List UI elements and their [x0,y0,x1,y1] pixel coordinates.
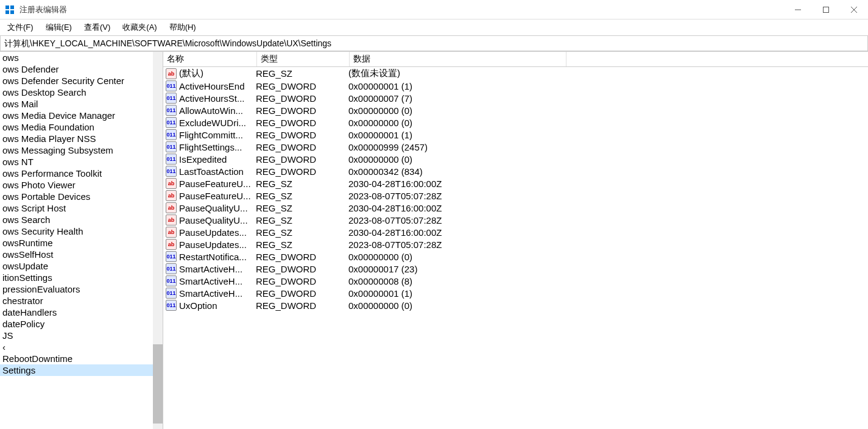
column-header-data[interactable]: 数据 [350,52,566,66]
dword-value-icon: 011 [166,300,177,311]
value-name: FlightCommitt... [179,130,256,140]
tree-item[interactable]: ows Search [0,214,163,225]
tree-item[interactable]: pressionEvaluators [0,283,163,295]
value-data: 0x00000000 (0) [348,118,868,128]
value-row[interactable]: 011UxOptionREG_DWORD0x00000000 (0) [163,299,868,311]
tree-item[interactable]: owsSelfHost [0,249,163,260]
dword-value-icon: 011 [166,288,177,299]
tree-item[interactable]: owsRuntime [0,237,163,249]
tree-scroll-thumb[interactable] [153,344,163,424]
value-data: 0x00000001 (1) [348,130,868,140]
tree-item[interactable]: ows Media Player NSS [0,133,163,144]
value-name: SmartActiveH... [179,288,256,299]
value-row[interactable]: 011FlightCommitt...REG_DWORD0x00000001 (… [163,129,868,141]
tree-item[interactable]: JS [0,330,163,341]
tree-item[interactable]: ows Mail [0,98,163,110]
value-type: REG_DWORD [256,130,348,140]
value-row[interactable]: 011AllowAutoWin...REG_DWORD0x00000000 (0… [163,104,868,116]
tree-item[interactable]: dateHandlers [0,307,163,318]
tree-item[interactable]: ows Defender [0,63,163,75]
tree-item[interactable]: ‹ [0,341,163,353]
string-value-icon: ab [166,239,177,250]
tree-item[interactable]: ows Security Health [0,225,163,237]
value-name: RestartNotifica... [179,252,256,262]
tree-item[interactable]: chestrator [0,295,163,307]
value-type: REG_DWORD [256,166,348,177]
address-bar[interactable]: 计算机\HKEY_LOCAL_MACHINE\SOFTWARE\Microsof… [0,35,868,51]
value-row[interactable]: 011RestartNotifica...REG_DWORD0x00000000… [163,250,868,263]
dword-value-icon: 011 [166,275,177,286]
string-value-icon: ab [166,190,177,201]
tree-item[interactable]: ows [0,52,163,63]
dword-value-icon: 011 [166,154,177,165]
menu-favorites[interactable]: 收藏夹(A) [122,22,157,33]
value-name: LastToastAction [179,166,256,177]
value-type: REG_DWORD [256,288,348,299]
value-name: PauseQualityU... [179,203,256,213]
tree-item[interactable]: datePolicy [0,318,163,330]
tree-item[interactable]: ows Media Foundation [0,121,163,133]
tree-scrollbar[interactable] [153,52,163,429]
menu-view[interactable]: 查看(V) [84,22,110,33]
value-row[interactable]: 011SmartActiveH...REG_DWORD0x00000017 (2… [163,263,868,275]
titlebar[interactable]: 注册表编辑器 [0,0,868,20]
value-row[interactable]: 011FlightSettings...REG_DWORD0x00000999 … [163,141,868,153]
value-row[interactable]: 011SmartActiveH...REG_DWORD0x00000008 (8… [163,275,868,287]
value-row[interactable]: abPauseFeatureU...REG_SZ2023-08-07T05:07… [163,190,868,202]
value-type: REG_SZ [256,239,348,250]
window-title: 注册表编辑器 [19,4,784,15]
close-button[interactable] [840,0,868,20]
tree-item[interactable]: Settings [0,364,163,376]
tree-item[interactable]: RebootDowntime [0,353,163,364]
tree-item[interactable]: ows Portable Devices [0,191,163,202]
values-pane[interactable]: 名称 类型 数据 ab(默认)REG_SZ(数值未设置)011ActiveHou… [163,52,868,429]
value-row[interactable]: abPauseQualityU...REG_SZ2030-04-28T16:00… [163,202,868,214]
value-row[interactable]: abPauseFeatureU...REG_SZ2030-04-28T16:00… [163,177,868,190]
value-type: REG_DWORD [256,142,348,152]
value-name: PauseFeatureU... [179,179,256,189]
tree-item[interactable]: ows Defender Security Center [0,75,163,87]
svg-rect-5 [824,7,829,12]
value-row[interactable]: ab(默认)REG_SZ(数值未设置) [163,67,868,80]
value-row[interactable]: abPauseUpdates...REG_SZ2030-04-28T16:00:… [163,226,868,238]
value-data: 0x00000000 (0) [348,105,868,116]
value-name: PauseUpdates... [179,227,256,238]
value-row[interactable]: abPauseQualityU...REG_SZ2023-08-07T05:07… [163,214,868,226]
value-row[interactable]: 011IsExpeditedREG_DWORD0x00000000 (0) [163,153,868,165]
tree-item[interactable]: ows NT [0,156,163,168]
value-name: PauseUpdates... [179,239,256,250]
value-row[interactable]: 011ExcludeWUDri...REG_DWORD0x00000000 (0… [163,116,868,129]
value-name: IsExpedited [179,154,256,165]
value-data: 2023-08-07T05:07:28Z [348,191,868,201]
value-name: AllowAutoWin... [179,105,256,116]
tree-item[interactable]: ows Desktop Search [0,87,163,98]
menu-file[interactable]: 文件(F) [7,22,34,33]
value-row[interactable]: 011SmartActiveH...REG_DWORD0x00000001 (1… [163,287,868,299]
tree-item[interactable]: ows Script Host [0,202,163,214]
menu-help[interactable]: 帮助(H) [169,22,196,33]
minimize-button[interactable] [784,0,812,20]
value-data: 2023-08-07T05:07:28Z [348,215,868,225]
value-type: REG_DWORD [256,154,348,165]
tree-item[interactable]: ows Performance Toolkit [0,168,163,179]
column-header-type[interactable]: 类型 [257,52,350,66]
menu-edit[interactable]: 编辑(E) [46,22,72,33]
value-row[interactable]: abPauseUpdates...REG_SZ2023-08-07T05:07:… [163,238,868,250]
tree-item[interactable]: ows Media Device Manager [0,110,163,121]
svg-rect-0 [5,5,9,9]
dword-value-icon: 011 [166,129,177,140]
value-type: REG_DWORD [256,252,348,262]
column-header-name[interactable]: 名称 [163,52,257,66]
tree-item[interactable]: owsUpdate [0,260,163,272]
tree-item[interactable]: itionSettings [0,272,163,283]
tree-pane[interactable]: owsows Defenderows Defender Security Cen… [0,52,163,429]
tree-item[interactable]: ows Photo Viewer [0,179,163,191]
value-data: 0x00000007 (7) [348,93,868,104]
value-row[interactable]: 011ActiveHoursSt...REG_DWORD0x00000007 (… [163,92,868,104]
maximize-button[interactable] [812,0,840,20]
tree-item[interactable]: ows Messaging Subsystem [0,144,163,156]
value-data: 0x00000001 (1) [348,81,868,91]
value-row[interactable]: 011LastToastActionREG_DWORD0x00000342 (8… [163,165,868,177]
value-row[interactable]: 011ActiveHoursEndREG_DWORD0x00000001 (1) [163,80,868,92]
dword-value-icon: 011 [166,166,177,177]
